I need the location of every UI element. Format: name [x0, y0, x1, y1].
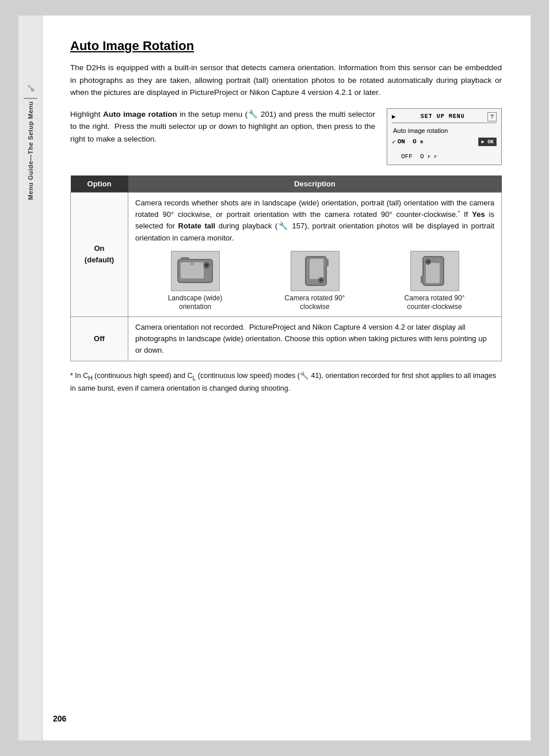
- camera-90ccw-img: [410, 251, 459, 291]
- highlight-bold: Auto image rotation: [103, 110, 177, 119]
- svg-rect-4: [181, 257, 189, 260]
- svg-rect-10: [326, 259, 329, 266]
- table-row-off: Off Camera orientation not recorded. Pic…: [71, 316, 502, 361]
- camera-images-row: Landscape (wide)orientation: [135, 251, 494, 312]
- desc-cell-off: Camera orientation not recorded. Picture…: [128, 316, 502, 361]
- desc-cell-on: Camera records whether shots are in land…: [128, 192, 502, 316]
- camera-landscape-block: Landscape (wide)orientation: [135, 251, 255, 312]
- menu-spacer: [392, 147, 497, 152]
- footnote-cl: L: [193, 375, 196, 381]
- footnote-ch: H: [88, 375, 93, 381]
- svg-point-14: [427, 261, 429, 263]
- menu-header-bar: ▶ SET UP MENU ?: [392, 112, 497, 123]
- camera-90cw-svg: [295, 254, 335, 288]
- page-number: 206: [53, 714, 66, 723]
- footnote-marker-1: *: [458, 209, 460, 215]
- bold-rotate-tall: Rotate tall: [178, 222, 216, 230]
- menu-question-icon: ?: [487, 112, 497, 121]
- camera-90cw-block: Camera rotated 90°clockwise: [255, 251, 375, 312]
- camera-90ccw-block: Camera rotated 90°counter-clockwise: [375, 251, 494, 312]
- bold-yes: Yes: [472, 210, 485, 219]
- icon-ref-157: 🔧: [277, 222, 289, 230]
- highlight-paragraph: Highlight Auto image rotation in the set…: [70, 108, 375, 146]
- sidebar: 🔧 Menu Guide—The Setup Menu: [18, 16, 43, 740]
- sidebar-divider-1: [24, 98, 37, 99]
- menu-ok-button: ▶ OK: [478, 138, 497, 146]
- option-on-label: On: [94, 244, 104, 253]
- svg-rect-15: [421, 276, 424, 283]
- option-table: Option Description On (default) Camera r…: [70, 175, 502, 362]
- page: 🔧 Menu Guide—The Setup Menu Auto Image R…: [18, 16, 531, 740]
- table-header-row: Option Description: [71, 175, 502, 193]
- main-content: Auto Image Rotation The D2Hs is equipped…: [70, 39, 502, 394]
- svg-rect-7: [310, 259, 323, 279]
- menu-item-on: ✓ ON O n ▶ OK: [392, 136, 497, 147]
- menu-check-on: ✓: [392, 138, 396, 146]
- menu-off-label: OFF O f f: [401, 153, 437, 160]
- footnote-icon-ref: 🔧: [300, 372, 309, 380]
- svg-rect-12: [426, 263, 440, 283]
- menu-icon-ref: 🔧: [247, 110, 258, 119]
- camera-90ccw-svg: [414, 254, 455, 288]
- option-cell-on: On (default): [71, 192, 128, 316]
- table-row-on: On (default) Camera records whether shot…: [71, 192, 502, 316]
- option-cell-off: Off: [71, 316, 128, 361]
- camera-90ccw-label: Camera rotated 90°counter-clockwise: [405, 294, 465, 312]
- svg-point-3: [205, 264, 208, 266]
- menu-on-label: ON O n: [398, 138, 423, 145]
- menu-subtitle: Auto image rotation: [392, 125, 497, 136]
- menu-item-off: OFF O f f: [392, 152, 497, 161]
- camera-90cw-img: [291, 251, 340, 291]
- menu-play-icon: ▶: [392, 113, 396, 120]
- footnote-text: * In CH (continuous high speed) and CL (…: [70, 371, 502, 394]
- camera-landscape-label: Landscape (wide)orientation: [168, 294, 223, 312]
- camera-landscape-svg: [175, 254, 215, 288]
- off-description: Camera orientation not recorded. Picture…: [135, 323, 487, 354]
- camera-landscape-img: [171, 251, 220, 291]
- sidebar-label: Menu Guide—The Setup Menu: [27, 101, 34, 200]
- page-title: Auto Image Rotation: [70, 39, 502, 54]
- on-row-description: Camera records whether shots are in land…: [135, 197, 494, 244]
- svg-rect-5: [190, 262, 194, 265]
- menu-screenshot: ▶ SET UP MENU ? Auto image rotation ✓ ON…: [387, 108, 502, 165]
- option-on-default: (default): [85, 255, 114, 264]
- menu-title-text: SET UP MENU: [398, 113, 487, 120]
- col-header-description: Description: [128, 175, 502, 193]
- camera-90cw-label: Camera rotated 90°clockwise: [285, 294, 345, 312]
- middle-section: Highlight Auto image rotation in the set…: [70, 108, 502, 165]
- svg-point-9: [320, 279, 322, 281]
- intro-paragraph: The D2Hs is equipped with a built-in sen…: [70, 62, 502, 99]
- option-off-label: Off: [94, 334, 105, 343]
- sidebar-camera-icon: 🔧: [26, 85, 34, 93]
- col-header-option: Option: [71, 175, 128, 193]
